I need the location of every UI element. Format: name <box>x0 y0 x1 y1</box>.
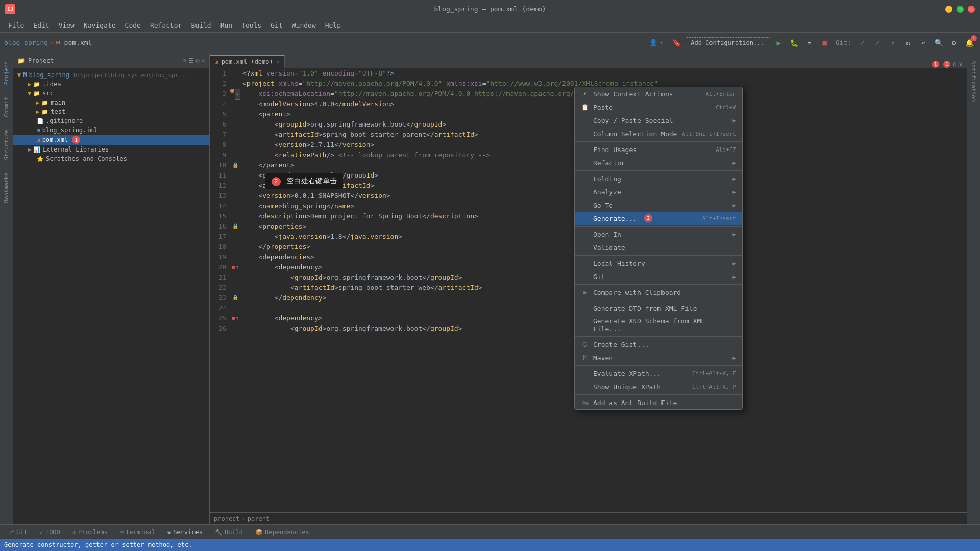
menu-view[interactable]: View <box>55 20 79 30</box>
tree-iml[interactable]: ⊞ blog_spring.iml <box>13 126 209 135</box>
tree-pom[interactable]: ⊞ pom.xml 1 <box>13 135 209 145</box>
git-push-button[interactable]: ↑ <box>886 36 899 49</box>
menu-tools[interactable]: Tools <box>237 20 265 30</box>
git-tick-button[interactable]: ✓ <box>871 36 884 49</box>
ctx-validate-label: Validate <box>593 244 625 252</box>
ctx-refactor[interactable]: Refactor ▶ <box>575 156 742 169</box>
ctx-column-selection[interactable]: Column Selection Mode Alt+Shift+Insert <box>575 127 742 140</box>
menu-build[interactable]: Build <box>187 20 215 30</box>
ctx-generate[interactable]: Generate... 3 Alt+Insert <box>575 212 742 225</box>
tab-close-button[interactable]: ✕ <box>276 59 279 65</box>
ctx-validate[interactable]: Validate <box>575 241 742 254</box>
search-button[interactable]: 🔍 <box>932 36 945 49</box>
menu-run[interactable]: Run <box>216 20 236 30</box>
ctx-eval-xpath-label: Evaluate XPath... <box>593 370 661 378</box>
ctx-compare-clipboard[interactable]: ⊞ Compare with Clipboard <box>575 286 742 299</box>
notifications-button[interactable]: 🔔 1 <box>963 36 976 49</box>
ctx-maven[interactable]: M Maven ▶ <box>575 351 742 364</box>
editor-expand-icon[interactable]: ∨ <box>959 60 963 68</box>
toolbar-breadcrumb: blog_spring › ⊞ pom.xml <box>4 39 92 46</box>
bottom-tab-todo[interactable]: ✓ TODO <box>37 528 63 537</box>
ctx-analyze[interactable]: Analyze ▶ <box>575 185 742 198</box>
tree-test[interactable]: ▶ 📁 test <box>13 107 209 116</box>
menu-help[interactable]: Help <box>321 20 345 30</box>
tree-scratches[interactable]: ⭐ Scratches and Consoles <box>13 154 209 163</box>
ctx-ant-build-label: Add as Ant Build File <box>593 399 677 407</box>
tree-ext-libs[interactable]: ▶ 📊 External Libraries <box>13 145 209 154</box>
todo-tab-label: TODO <box>45 529 60 536</box>
tree-root[interactable]: ▼ M blog_spring D:\project\blog-system\b… <box>13 70 209 80</box>
profile-button[interactable]: 👤 ▾ <box>649 39 664 46</box>
ctx-paste[interactable]: 📋 Paste Ctrl+V <box>575 101 742 114</box>
compare-icon: ⊞ <box>581 288 589 296</box>
menu-file[interactable]: File <box>4 20 28 30</box>
ctx-goto-arrow: ▶ <box>732 202 736 209</box>
ctx-local-history[interactable]: Local History ▶ <box>575 257 742 270</box>
editor-collapse-icon[interactable]: ∧ <box>952 60 957 68</box>
ctx-gen-xsd[interactable]: Generate XSD Schema from XML File... <box>575 315 742 335</box>
ctx-unique-xpath[interactable]: Show Unique XPath Ctrl+Alt+X, P <box>575 380 742 393</box>
project-gear-icon[interactable]: ⊕ <box>182 57 186 64</box>
maximize-button[interactable]: □ <box>957 6 964 13</box>
ctx-gen-dtd[interactable]: Generate DTD from XML File <box>575 302 742 315</box>
coverage-button[interactable]: ☂ <box>803 36 816 49</box>
breadcrumb-project[interactable]: blog_spring <box>4 39 48 46</box>
git-update-button[interactable]: ↻ <box>901 36 915 49</box>
vtab-bookmarks[interactable]: Bookmarks <box>1 166 12 209</box>
tree-main[interactable]: ▶ 📁 main <box>13 98 209 107</box>
menu-git[interactable]: Git <box>266 20 286 30</box>
ctx-create-gist[interactable]: ⬡ Create Gist... <box>575 338 742 351</box>
project-settings-icon[interactable]: ⚙ <box>196 57 200 64</box>
editor-tabs: ⊞ pom.xml (demo) ✕ 1 1 ∧ ∨ <box>210 53 967 68</box>
breadcrumb-parent-text[interactable]: parent <box>248 515 270 522</box>
window-title: blog_spring – pom.xml (demo) <box>434 5 546 13</box>
menu-window[interactable]: Window <box>288 20 320 30</box>
menu-edit[interactable]: Edit <box>29 20 53 30</box>
menu-refactor[interactable]: Refactor <box>146 20 186 30</box>
bottom-tab-problems[interactable]: ⚠ Problems <box>69 528 111 537</box>
todo-tab-icon: ✓ <box>40 529 43 536</box>
ctx-folding[interactable]: Folding ▶ <box>575 172 742 185</box>
bottom-tab-terminal[interactable]: ⌨ Terminal <box>117 528 158 537</box>
tree-idea-label: .idea <box>42 81 61 88</box>
debug-button[interactable]: 🐛 <box>788 36 801 49</box>
close-button[interactable]: ✕ <box>968 6 975 13</box>
generate-badge: 3 <box>644 214 652 222</box>
tree-idea[interactable]: ▶ 📁 .idea <box>13 80 209 89</box>
tree-gitignore[interactable]: 📄 .gitignore <box>13 116 209 126</box>
vtab-structure[interactable]: Structure <box>1 123 12 166</box>
tree-src[interactable]: ▼ 📁 src <box>13 89 209 98</box>
bookmark-toolbar-button[interactable]: 🔖 <box>670 36 683 49</box>
ctx-gen-xsd-label: Generate XSD Schema from XML File... <box>593 317 736 333</box>
project-close-icon[interactable]: ✕ <box>202 57 205 64</box>
run-button[interactable]: ▶ <box>772 36 786 49</box>
ctx-git[interactable]: Git ▶ <box>575 270 742 283</box>
ctx-maven-arrow: ▶ <box>732 355 736 361</box>
project-panel: 📁 Project ⊕ ☰ ⚙ ✕ ▼ M blog_spring D:\pro… <box>13 53 210 524</box>
vtab-project[interactable]: Project <box>1 55 12 91</box>
ctx-eval-xpath[interactable]: Evaluate XPath... Ctrl+Alt+X, E <box>575 367 742 380</box>
stop-button[interactable]: ■ <box>818 36 831 49</box>
minimize-button[interactable]: — <box>945 6 952 13</box>
ctx-goto[interactable]: Go To ▶ <box>575 198 742 212</box>
git-check-button[interactable]: ✓ <box>855 36 869 49</box>
settings-button[interactable]: ⚙ <box>947 36 961 49</box>
vtab-commit[interactable]: Commit <box>1 91 12 123</box>
bottom-tab-services[interactable]: ⊕ Services <box>164 528 206 537</box>
tab-pom[interactable]: ⊞ pom.xml (demo) ✕ <box>210 55 285 68</box>
ctx-ant-build[interactable]: 🐜 Add as Ant Build File <box>575 396 742 409</box>
project-layout-icon[interactable]: ☰ <box>188 57 194 64</box>
menu-navigate[interactable]: Navigate <box>80 20 120 30</box>
rvtab-notification[interactable]: Notification <box>968 55 979 108</box>
bottom-tab-deps[interactable]: 📦 Dependencies <box>252 528 312 537</box>
bottom-tab-build[interactable]: 🔨 Build <box>212 528 246 537</box>
git-undo-button[interactable]: ↶ <box>917 36 930 49</box>
ctx-copy-paste-special[interactable]: Copy / Paste Special ▶ <box>575 114 742 127</box>
ctx-show-context-actions[interactable]: ⚡ Show Context Actions Alt+Enter <box>575 87 742 101</box>
bottom-tab-git[interactable]: ⎇ Git <box>4 528 31 537</box>
ctx-find-usages[interactable]: Find Usages Alt+F7 <box>575 143 742 156</box>
ctx-open-in[interactable]: Open In ▶ <box>575 228 742 241</box>
add-configuration-button[interactable]: Add Configuration... <box>685 37 770 48</box>
breadcrumb-project-text[interactable]: project <box>214 515 240 522</box>
menu-code[interactable]: Code <box>121 20 145 30</box>
